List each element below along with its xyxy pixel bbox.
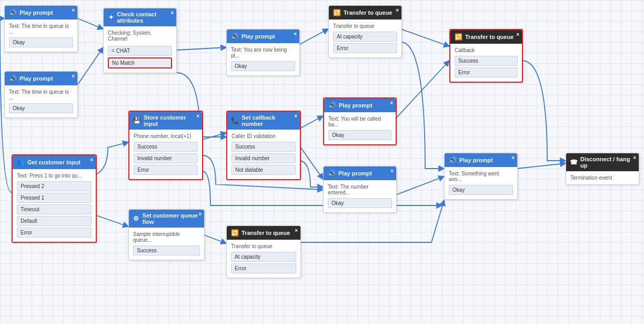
play-icon-5: 🔊 <box>327 169 336 178</box>
gci-default[interactable]: Default <box>17 216 92 226</box>
play-prompt-3-label: Text: You are now being pl... <box>231 46 295 60</box>
set-queue-title: Set customer queue flow <box>143 212 200 225</box>
play-prompt-6-title: Play prompt <box>459 157 493 163</box>
tq2-at-capacity[interactable]: At capacity <box>333 32 397 42</box>
transfer-icon-3: 🔁 <box>454 33 462 41</box>
transfer-icon-2: 🔁 <box>333 8 341 17</box>
play-prompt-5-title: Play prompt <box>338 170 372 176</box>
play-prompt-2-okay[interactable]: Okay <box>9 103 73 113</box>
cca-no-match[interactable]: No Match <box>108 57 172 68</box>
close-btn-pp3[interactable]: × <box>294 31 297 37</box>
tq1-label: Transfer to queue <box>231 242 296 250</box>
pp4-okay[interactable]: Okay <box>328 130 391 140</box>
store-customer-input-node: 💾 Store customer input × Phone number, l… <box>128 111 203 180</box>
scqf-success[interactable]: Success <box>133 246 200 256</box>
gci-error[interactable]: Error <box>17 228 92 238</box>
close-btn-pp6[interactable]: × <box>511 155 515 161</box>
store-customer-label: Phone number, local(+1) <box>134 132 198 140</box>
transfer-queue-3-header: 🔁 Transfer to queue × <box>450 30 522 44</box>
transfer-queue-1-node: 🔁 Transfer to queue × Transfer to queue … <box>226 225 301 278</box>
gci-timeout[interactable]: Timeout <box>17 204 92 214</box>
gci-pressed2[interactable]: Pressed 2 <box>17 181 92 191</box>
play-icon-1: 🔊 <box>8 8 17 17</box>
play-prompt-3-title: Play prompt <box>242 33 275 40</box>
close-btn-tq2[interactable]: × <box>396 7 399 13</box>
transfer-queue-2-header: 🔁 Transfer to queue × <box>329 6 401 19</box>
play-prompt-3-body: Text: You are now being pl... Okay <box>227 43 299 75</box>
play-prompt-6-body: Text: Something went wro... Okay <box>445 167 517 199</box>
close-btn-cca[interactable]: × <box>170 10 174 16</box>
store-customer-title: Store customer input <box>144 114 198 127</box>
play-prompt-3-node: 🔊 Play prompt × Text: You are now being … <box>226 29 300 76</box>
close-btn-1[interactable]: × <box>72 7 75 13</box>
transfer-queue-3-title: Transfer to queue <box>465 34 514 40</box>
tq2-error[interactable]: Error <box>333 43 397 53</box>
transfer-queue-3-body: Callback Success Error <box>450 44 522 82</box>
transfer-queue-2-title: Transfer to queue <box>344 9 392 16</box>
scn-success[interactable]: Success <box>232 142 296 152</box>
gci-pressed1[interactable]: Pressed 1 <box>17 193 92 203</box>
cca-chat-match[interactable]: = CHAT <box>108 46 172 56</box>
sci-success[interactable]: Success <box>134 142 198 152</box>
set-customer-queue-flow-node: ⚙ Set customer queue flow × Sample inter… <box>128 209 205 260</box>
close-btn-pp4[interactable]: × <box>390 100 393 106</box>
close-btn-tq1[interactable]: × <box>295 228 298 233</box>
transfer-queue-1-title: Transfer to queue <box>242 230 290 236</box>
play-prompt-6-label: Text: Something went wro... <box>449 170 513 183</box>
play-prompt-1-body: Text: The time in queue is ... Okay <box>5 19 77 52</box>
close-btn-scqf[interactable]: × <box>198 211 202 217</box>
set-callback-title: Set callback number <box>242 114 296 127</box>
store-customer-header: 💾 Store customer input × <box>129 112 202 130</box>
sci-invalid[interactable]: Invalid number <box>134 153 198 163</box>
pp3-okay[interactable]: Okay <box>231 61 295 71</box>
play-prompt-1-label: Text: The time in queue is ... <box>9 22 73 36</box>
cca-checking-label: Checking: System, Channel <box>108 29 172 43</box>
tq3-error[interactable]: Error <box>455 67 518 77</box>
set-queue-icon: ⚙ <box>133 214 140 223</box>
play-prompt-2-title: Play prompt <box>19 75 53 82</box>
play-prompt-1-okay[interactable]: Okay <box>9 37 73 47</box>
play-prompt-1-node: 🔊 Play prompt × Text: The time in queue … <box>4 5 78 52</box>
close-btn-tq3[interactable]: × <box>516 32 519 37</box>
get-customer-input-title: Get customer input <box>27 159 80 165</box>
sci-error[interactable]: Error <box>134 165 198 175</box>
play-prompt-2-node: 🔊 Play prompt × Text: The time in queue … <box>4 71 78 118</box>
play-prompt-4-node: 🔊 Play prompt × Text: You will be called… <box>323 97 397 145</box>
tq3-label: Callback <box>455 46 518 54</box>
close-btn-dc[interactable]: × <box>633 155 636 161</box>
play-prompt-5-node: 🔊 Play prompt × Text: The number entered… <box>323 166 397 213</box>
transfer-queue-2-body: Transfer to queue At capacity Error <box>329 19 401 57</box>
pp5-okay[interactable]: Okay <box>328 198 392 208</box>
set-callback-header: 📞 Set callback number × <box>227 112 300 130</box>
play-prompt-6-header: 🔊 Play prompt × <box>445 153 517 167</box>
disconnect-node: ☎ Disconnect / hang up × Termination eve… <box>566 153 639 185</box>
close-btn-gci[interactable]: × <box>90 157 93 163</box>
set-queue-label: Sample interruptible queue... <box>133 230 200 244</box>
get-customer-input-body: Text: Press 1 to go into qu... Pressed 2… <box>13 169 96 242</box>
disconnect-header: ☎ Disconnect / hang up × <box>566 153 639 171</box>
tq1-error[interactable]: Error <box>231 263 296 273</box>
close-btn-scn[interactable]: × <box>294 113 297 119</box>
play-prompt-2-body: Text: The time in queue is ... Okay <box>5 85 77 117</box>
disconnect-label: Termination event <box>570 174 635 182</box>
play-prompt-4-body: Text: You will be called ba... Okay <box>324 112 396 144</box>
play-prompt-3-header: 🔊 Play prompt × <box>227 30 299 43</box>
pp6-okay[interactable]: Okay <box>449 185 513 195</box>
tq3-success[interactable]: Success <box>455 56 518 66</box>
play-prompt-5-body: Text: The number entered... Okay <box>324 180 396 212</box>
store-customer-body: Phone number, local(+1) Success Invalid … <box>129 130 202 179</box>
disconnect-body: Termination event <box>566 171 639 184</box>
tq1-at-capacity[interactable]: At capacity <box>231 252 296 262</box>
close-btn-pp5[interactable]: × <box>390 168 394 174</box>
transfer-queue-1-body: Transfer to queue At capacity Error <box>227 240 300 278</box>
transfer-queue-3-node: 🔁 Transfer to queue × Callback Success E… <box>449 29 523 83</box>
close-btn-sci[interactable]: × <box>196 113 199 119</box>
scn-not-dialable[interactable]: Not dialable <box>232 165 296 175</box>
transfer-icon-1: 🔁 <box>230 229 239 237</box>
get-customer-input-label: Text: Press 1 to go into qu... <box>17 172 92 180</box>
play-prompt-2-label: Text: The time in queue is ... <box>9 88 73 102</box>
close-btn-2[interactable]: × <box>72 73 75 79</box>
play-prompt-1-header: 🔊 Play prompt × <box>5 6 77 19</box>
scn-invalid[interactable]: Invalid number <box>232 153 296 163</box>
disconnect-title: Disconnect / hang up <box>580 156 635 169</box>
